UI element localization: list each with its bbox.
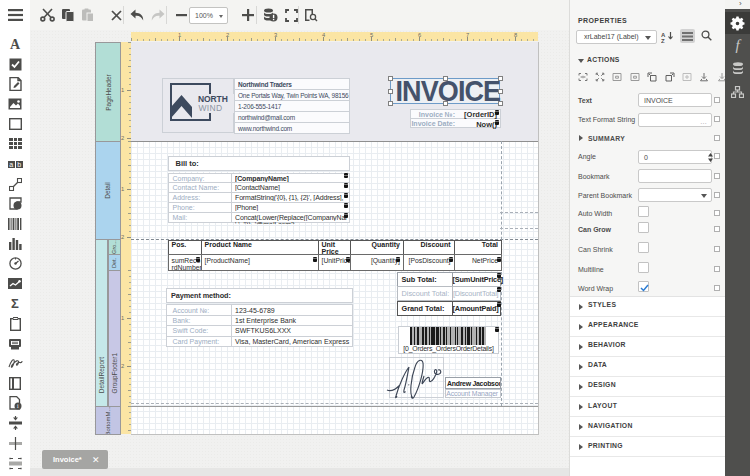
svg-text:Z: Z — [661, 38, 665, 44]
svg-text:a: a — [9, 161, 13, 168]
svg-text:b: b — [17, 161, 21, 168]
